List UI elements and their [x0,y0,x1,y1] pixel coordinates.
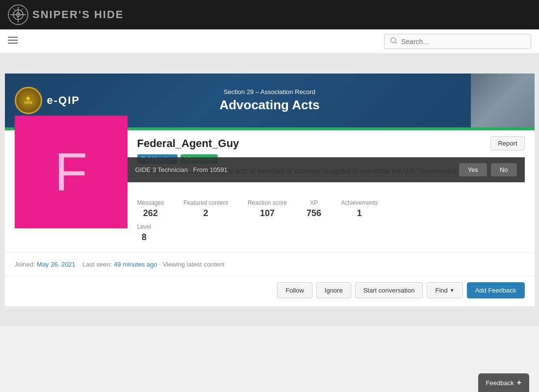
viewing-text: · Viewing latest content [159,261,224,268]
svg-line-5 [21,8,23,11]
achievements-stat: Achievements 1 [341,199,378,219]
profile-page: ⭐OPM e-QIP Section 29 – Association Reco… [5,74,535,306]
search-svg [390,37,397,44]
popup-subtitle: GIDE 3 Technician · From 10591 [135,166,228,173]
messages-value: 262 [137,208,164,219]
joined-value: May 26, 2021 [37,261,76,268]
site-name-light: HIDE [90,8,124,21]
ignore-button[interactable]: Ignore [316,282,351,298]
find-button[interactable]: Find ▼ [427,282,462,298]
achievements-label: Achievements [341,199,378,206]
join-info: Joined: May 26, 2021 Last seen: 49 minut… [5,252,535,276]
avatar: F [15,116,128,228]
featured-value: 2 [183,208,228,219]
achievements-value: 1 [341,208,378,219]
hover-popup: GIDE 3 Technician · From 10591 Yes No [128,157,525,182]
banner-right-image [471,74,535,127]
profile-info: Federal_Agent_Guy Report Full Member Min… [128,130,525,243]
joined-label: Joined: [15,261,35,268]
level-label: Level [137,223,152,230]
logo[interactable]: SNIPER'S HIDE [8,4,124,25]
crosshair-icon [10,7,26,23]
featured-label: Featured content [183,199,228,206]
search-icon [390,37,397,46]
chevron-down-icon: ▼ [450,288,455,293]
top-nav: SNIPER'S HIDE [0,0,539,29]
xp-label: XP [307,199,321,206]
search-bar[interactable] [384,34,531,49]
no-button[interactable]: No [491,163,517,176]
government-seal: ⭐OPM [15,87,42,114]
profile-area: F Federal_Agent_Guy Report Full Member M… [5,130,535,252]
username-row: Federal_Agent_Guy Report [137,136,525,150]
banner-section-title: Section 29 – Association Record [219,88,319,96]
hamburger-menu[interactable] [8,36,18,47]
reaction-stat: Reaction score 107 [248,199,287,219]
eqip-logo: ⭐OPM e-QIP [15,87,80,114]
svg-line-10 [395,42,397,44]
report-button[interactable]: Report [490,136,524,150]
start-conversation-button[interactable]: Start conversation [355,282,423,298]
svg-point-9 [391,38,396,43]
username: Federal_Agent_Guy [137,137,239,150]
level-stat: Level 8 [137,223,152,243]
site-name-bold: SNIPER'S [32,8,90,21]
messages-label: Messages [137,199,164,206]
last-seen-value: 49 minutes ago [114,261,157,268]
eqip-label: e-QIP [47,94,80,107]
messages-stat: Messages 262 [137,199,164,219]
logo-icon [8,4,28,25]
logo-text: SNIPER'S HIDE [32,9,124,20]
find-label: Find [435,287,447,294]
menu-icon [8,36,18,44]
level-value: 8 [137,232,152,243]
featured-stat: Featured content 2 [183,199,228,219]
xp-stat: XP 756 [307,199,321,219]
follow-button[interactable]: Follow [277,282,312,298]
banner-center: Section 29 – Association Record Advocati… [219,88,319,113]
action-buttons: Follow Ignore Start conversation Find ▼ … [5,276,535,306]
site-name: SNIPER'S HIDE [32,9,124,20]
svg-line-4 [13,8,15,11]
reaction-value: 107 [248,208,287,219]
search-input[interactable] [401,38,525,46]
popup-actions: Yes No [459,163,517,176]
banner-main-title: Advocating Acts [219,98,319,113]
avatar-letter: F [54,145,87,199]
yes-button[interactable]: Yes [459,163,487,176]
last-seen-label: Last seen: [82,261,112,268]
xp-value: 756 [307,208,321,219]
add-feedback-button[interactable]: Add Feedback [467,282,525,298]
reaction-label: Reaction score [248,199,287,206]
level-row: Level 8 [137,223,525,243]
stats-row: Messages 262 Featured content 2 Reaction… [137,199,525,219]
secondary-nav [0,29,539,54]
